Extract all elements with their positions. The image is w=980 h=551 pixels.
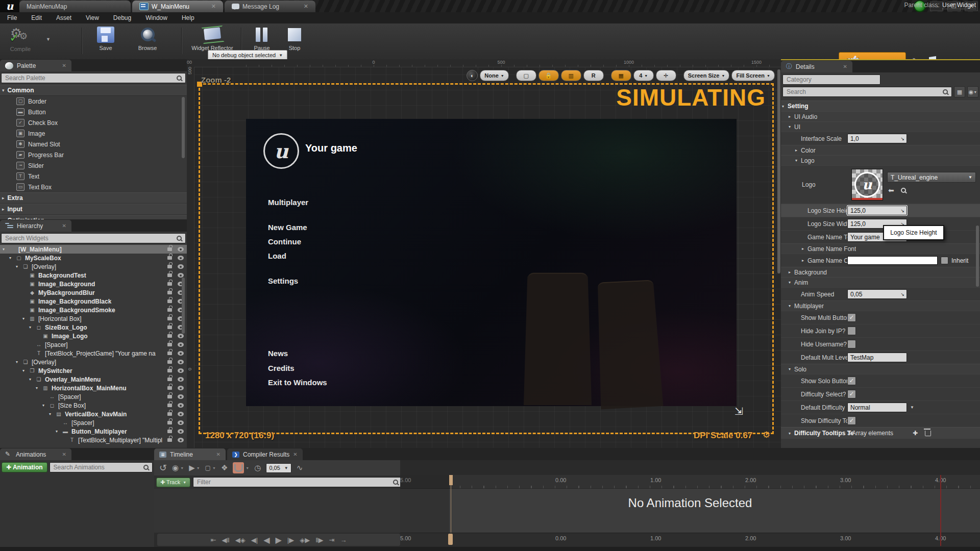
checkbox[interactable]: ✓: [847, 377, 856, 385]
compiler-results-tab[interactable]: ❯ Compiler Results ✕: [227, 448, 303, 460]
details-row[interactable]: Difficulty Select? ↘ ▼ ✓: [781, 387, 980, 400]
palette-item[interactable]: ▬ Button: [0, 107, 187, 117]
step-forward-button[interactable]: ‖▶: [315, 536, 323, 544]
value-field[interactable]: Normal↘: [847, 403, 907, 412]
reset-to-default-icon[interactable]: ↘: [900, 208, 904, 213]
keyframe-record-icon[interactable]: ◉▼: [172, 463, 184, 472]
details-row[interactable]: Show Solo Button? ↘ ▼ ✓: [781, 374, 980, 387]
clear-array-icon[interactable]: [925, 431, 931, 436]
lock-icon[interactable]: [167, 299, 172, 303]
category-filter[interactable]: [782, 74, 880, 85]
palette-tab[interactable]: Palette ✕: [0, 60, 71, 71]
lock-icon[interactable]: [167, 317, 172, 320]
hierarchy-close-icon[interactable]: ✕: [62, 223, 66, 229]
parent-class-link[interactable]: User Widget: [942, 2, 976, 9]
palette-group[interactable]: ▸ Extra: [0, 192, 187, 204]
expand-arrow-icon[interactable]: ▾: [14, 360, 19, 364]
details-row[interactable]: ▾ Multiplayer ↘ ▼: [781, 300, 980, 311]
palette-item[interactable]: T Text: [0, 171, 187, 182]
value-field[interactable]: 125,0↘: [847, 206, 907, 215]
visibility-eye-icon[interactable]: [178, 403, 184, 408]
lock-icon[interactable]: [167, 325, 172, 329]
details-row[interactable]: ▸ Game Name Font ↘ ▼: [781, 243, 980, 254]
details-close-icon[interactable]: ✕: [843, 64, 847, 69]
details-row[interactable]: Interface Scale 1,0↘ ▼: [781, 132, 980, 145]
expand-arrow-icon[interactable]: ▾: [47, 412, 53, 416]
use-selected-arrow-icon[interactable]: ⬅: [888, 186, 894, 194]
value-field[interactable]: 0,05↘: [847, 289, 907, 299]
time-clock-icon[interactable]: ◷: [254, 463, 261, 472]
visibility-eye-icon[interactable]: [178, 386, 184, 390]
range-options-icon[interactable]: ▢▼: [205, 464, 216, 471]
visibility-eye-icon[interactable]: [178, 420, 184, 425]
lock-icon[interactable]: [167, 438, 172, 442]
browse-button[interactable]: Browse: [131, 27, 164, 51]
palette-item[interactable]: ✱ Named Slot: [0, 139, 187, 149]
hierarchy-row[interactable]: ▾ [W_MainMenu]: [0, 245, 187, 254]
hierarchy-row[interactable]: ▣ Image_BackgroundBlack: [0, 297, 187, 306]
hierarchy-tab[interactable]: Hierarchy ✕: [0, 220, 71, 232]
game-menu-item[interactable]: Continue: [268, 237, 390, 246]
hierarchy-row[interactable]: ▣ BackgroundTest: [0, 271, 187, 280]
hierarchy-scrollbar[interactable]: [182, 278, 185, 334]
palette-scrollbar[interactable]: [182, 97, 185, 158]
tab-close-icon[interactable]: ✕: [304, 3, 308, 10]
lock-icon[interactable]: [167, 360, 172, 364]
to-front-button[interactable]: ⇤: [211, 536, 216, 544]
palette-group[interactable]: ▸ Input: [0, 204, 187, 215]
checkbox[interactable]: ✓: [847, 416, 856, 425]
hierarchy-row[interactable]: ▾ ▤ VerticalBox_NavMain: [0, 410, 187, 418]
details-row[interactable]: ▾ Setting ↘ ▼: [781, 101, 980, 111]
details-row[interactable]: ▾ Difficulty Tooltips Te 3 Array element…: [781, 427, 980, 439]
visibility-eye-icon[interactable]: [178, 394, 184, 399]
palette-item[interactable]: ▰ Progress Bar: [0, 149, 187, 160]
expand-arrow-icon[interactable]: ▾: [14, 264, 19, 269]
logo-asset-dropdown[interactable]: T_Unreal_engine ▼: [887, 172, 976, 183]
hierarchy-row[interactable]: ▾ ▢ MyScaleBox: [0, 254, 187, 262]
lock-icon[interactable]: [167, 404, 172, 407]
hierarchy-row[interactable]: ↔ [Spacer]: [0, 340, 187, 349]
expand-arrow-icon[interactable]: ▾: [28, 377, 33, 382]
hierarchy-row[interactable]: ▾ ❏ [Overlay]: [0, 358, 187, 366]
hierarchy-row[interactable]: ▾ ▥ [Horizontal Box]: [0, 314, 187, 323]
visibility-eye-icon[interactable]: [178, 247, 184, 252]
hierarchy-row[interactable]: ▾ ❏ [Overlay]: [0, 262, 187, 271]
hierarchy-row[interactable]: ▣ Image_Logo: [0, 332, 187, 340]
snap-magnet-button[interactable]: ▼: [233, 462, 249, 473]
play-forward-button[interactable]: ▶: [276, 535, 282, 545]
hierarchy-row[interactable]: ◆ MyBackgroundBlur: [0, 288, 187, 297]
lock-icon[interactable]: [167, 247, 172, 251]
timeline-ruler[interactable]: 0.001.002.003.004.005.00: [400, 475, 980, 489]
lock-icon[interactable]: [167, 308, 172, 312]
details-row-logo[interactable]: Logo u T_Unreal_engine ▼ ⬅: [781, 165, 980, 204]
game-menu-item[interactable]: Multiplayer: [268, 198, 390, 207]
details-row[interactable]: ▾ Logo ↘ ▼: [781, 155, 980, 165]
details-scrollbar[interactable]: [976, 226, 979, 287]
game-menu-item[interactable]: News: [268, 349, 390, 358]
menu-item[interactable]: File: [0, 14, 24, 21]
lock-icon[interactable]: [167, 395, 172, 398]
menu-item[interactable]: Help: [175, 14, 202, 21]
playback-options-icon[interactable]: ▶▼: [189, 463, 200, 472]
logo-asset-thumbnail[interactable]: u: [851, 169, 883, 201]
game-menu-item[interactable]: Settings: [268, 277, 390, 286]
expand-arrow-icon[interactable]: ▾: [21, 316, 26, 321]
lock-icon[interactable]: [167, 343, 172, 346]
document-tab[interactable]: MainMenuMap: [19, 1, 131, 12]
next-key-button[interactable]: ◈▶: [300, 536, 310, 544]
menu-item[interactable]: View: [79, 14, 106, 21]
menu-item[interactable]: Edit: [24, 14, 49, 21]
expand-arrow-icon[interactable]: ▾: [782, 104, 788, 109]
hierarchy-row[interactable]: ▾ ◻ [Size Box]: [0, 401, 187, 410]
resize-handle-icon[interactable]: ⇲: [734, 405, 743, 417]
hierarchy-row[interactable]: ↔ [Spacer]: [0, 392, 187, 401]
expand-arrow-icon[interactable]: ▾: [28, 325, 33, 330]
value-field[interactable]: 1,0↘: [847, 134, 907, 143]
details-row[interactable]: ▸ UI Audio ↘ ▼: [781, 111, 980, 121]
grid-size-dropdown[interactable]: 4▼: [633, 70, 654, 81]
menu-item[interactable]: Window: [138, 14, 175, 21]
loop-button[interactable]: →: [340, 536, 347, 544]
step-back-button[interactable]: ◀‖: [222, 536, 229, 544]
palette-search[interactable]: [1, 73, 186, 83]
hierarchy-row[interactable]: ▣ Image_Background: [0, 280, 187, 288]
